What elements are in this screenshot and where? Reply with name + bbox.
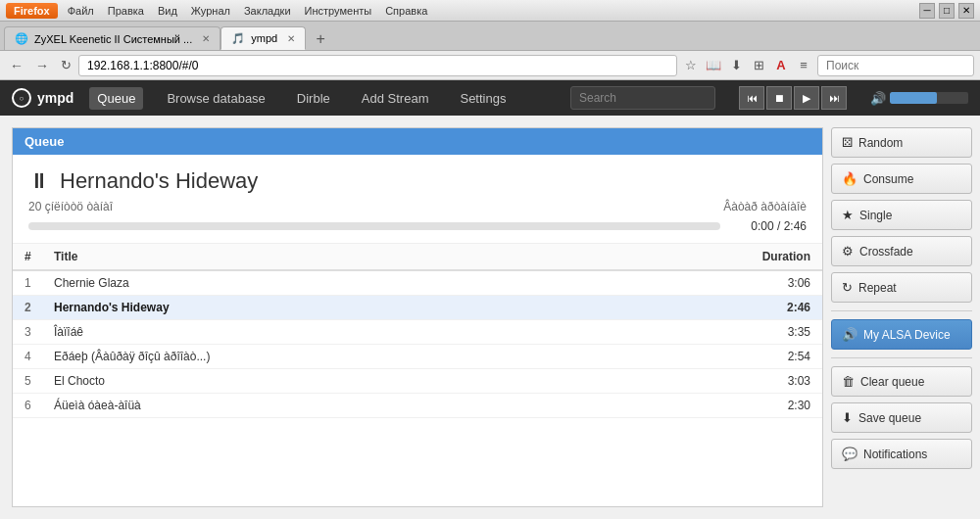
repeat-button[interactable]: ↻ Repeat [831,272,972,303]
nav-tab-browse[interactable]: Browse database [159,87,272,110]
progress-bar[interactable] [28,222,720,230]
save-label: Save queue [858,411,921,425]
maximize-button[interactable]: □ [939,3,955,19]
alsa-label: My ALSA Device [863,328,951,342]
track-title-row: ⏸ Hernando's Hideway [28,168,807,194]
alsa-device-button[interactable]: 🔊 My ALSA Device [831,319,972,350]
menu-journal[interactable]: Журнал [185,3,236,19]
track-duration: 2:30 [742,399,810,412]
track-row[interactable]: 3 Îàïîáê 3:35 [13,320,822,345]
track-meta: 20 çíёíòòö òàíàî Âàòàð àðòàíàîè [28,200,807,213]
track-num: 2 [24,301,54,314]
play-button[interactable]: ▶ [794,86,819,110]
menu-edit[interactable]: Правка [102,3,150,19]
app-search-input[interactable] [570,86,715,110]
logo-circle-icon: ○ [12,88,31,108]
tab-close-ympd[interactable]: ✕ [287,33,295,44]
tab-favicon-ympd: 🎵 [231,32,245,45]
track-list-header: # Title Duration [13,244,822,271]
repeat-icon: ↻ [842,280,853,295]
clear-icon: 🗑 [842,374,855,389]
track-row[interactable]: 1 Chernie Glaza 3:06 [13,271,822,296]
pause-icon[interactable]: ⏸ [28,168,50,194]
url-input[interactable] [78,55,677,76]
bookmark-manager-icon[interactable]: 📖 [704,56,723,75]
queue-header: Queue [13,128,822,155]
crossfade-button[interactable]: ⚙ Crossfade [831,236,972,266]
grid-icon[interactable]: ⊞ [749,56,768,75]
main-content: Queue ⏸ Hernando's Hideway 20 çíёíòòö òà… [0,116,980,519]
minimize-button[interactable]: ─ [919,3,935,19]
tab-close-zyxel[interactable]: ✕ [202,33,210,44]
album-art-label: Âàòàð àðòàíàîè [723,200,807,213]
right-sidebar: ⚄ Random 🔥 Consume ★ Single ⚙ Crossfade … [823,116,980,519]
menu-icon[interactable]: ≡ [794,56,813,75]
menu-help[interactable]: Справка [379,3,433,19]
single-button[interactable]: ★ Single [831,200,972,230]
random-button[interactable]: ⚄ Random [831,127,972,158]
browser-search-input[interactable] [817,55,974,76]
firefox-menu-button[interactable]: Firefox [6,3,58,19]
back-button[interactable]: ← [6,55,27,76]
clear-label: Clear queue [860,375,924,389]
notifications-label: Notifications [863,448,927,461]
consume-icon: 🔥 [842,171,858,186]
track-duration: 3:06 [742,276,810,290]
nav-tab-dirble[interactable]: Dirble [289,87,338,110]
forward-button[interactable]: → [31,55,53,76]
nav-tab-queue[interactable]: Queue [89,87,143,110]
nav-tab-settings[interactable]: Settings [452,87,514,110]
menu-file[interactable]: Файл [62,3,100,19]
volume-icon: 🔊 [870,91,886,106]
nav-tab-addstream[interactable]: Add Stream [354,87,437,110]
menu-bar: Файл Правка Вид Журнал Закладки Инструме… [62,3,434,19]
current-track-title: Hernando's Hideway [60,168,258,194]
clear-queue-button[interactable]: 🗑 Clear queue [831,366,972,397]
queue-header-label: Queue [24,134,64,149]
tab-ympd[interactable]: 🎵 ympd ✕ [220,26,306,50]
track-name: Chernie Glaza [54,276,742,290]
time-total: 2:46 [784,219,807,233]
volume-bar[interactable] [890,92,968,104]
addon-icon[interactable]: A [771,56,791,75]
single-label: Single [859,209,892,222]
track-row[interactable]: 2 Hernando's Hideway 2:46 [13,296,822,320]
track-name: El Chocto [54,374,742,388]
notifications-button[interactable]: 💬 Notifications [831,439,972,469]
track-row[interactable]: 5 El Chocto 3:03 [13,369,822,394]
repeat-label: Repeat [858,281,897,295]
track-row[interactable]: 4 Eðáeþ (Âàûðàÿ ðîçû àðîîàò...) 2:54 [13,345,822,369]
app-header: ○ ympd Queue Browse database Dirble Add … [0,80,980,116]
random-icon: ⚄ [842,135,853,150]
download-icon[interactable]: ⬇ [726,56,746,75]
stop-button[interactable]: ⏹ [766,86,792,110]
track-num: 4 [24,350,54,363]
queue-panel: Queue ⏸ Hernando's Hideway 20 çíёíòòö òà… [12,127,823,507]
window-controls: ─ □ ✕ [919,3,974,19]
bookmark-star-icon[interactable]: ☆ [681,56,701,75]
reload-button[interactable]: ↻ [57,57,74,74]
menu-tools[interactable]: Инструменты [299,3,378,19]
consume-button[interactable]: 🔥 Consume [831,164,972,194]
address-bar: ← → ↻ ☆ 📖 ⬇ ⊞ A ≡ [0,51,980,80]
menu-view[interactable]: Вид [152,3,183,19]
sidebar-divider-2 [831,357,972,358]
save-queue-button[interactable]: ⬇ Save queue [831,402,972,433]
tab-zyxel[interactable]: 🌐 ZyXEL Keenetic II Системный ... ✕ [4,26,220,50]
progress-row: 0:00 / 2:46 [28,219,807,233]
next-button[interactable]: ⏭ [821,86,847,110]
toolbar-icons: ☆ 📖 ⬇ ⊞ A ≡ [681,56,813,75]
close-button[interactable]: ✕ [958,3,974,19]
track-num: 5 [24,374,54,388]
track-duration: 2:46 [742,301,810,314]
track-row[interactable]: 6 Áüeìà óàeà-àîüà 2:30 [13,394,822,418]
menu-bookmarks[interactable]: Закладки [238,3,297,19]
app-logo-text: ympd [37,90,74,106]
tab-label-ympd: ympd [251,32,277,44]
transport-controls: ⏮ ⏹ ▶ ⏭ [739,86,847,110]
tab-label-zyxel: ZyXEL Keenetic II Системный ... [34,33,192,45]
new-tab-button[interactable]: + [310,28,331,50]
prev-button[interactable]: ⏮ [739,86,764,110]
col-header-duration: Duration [742,250,810,263]
random-label: Random [858,136,903,150]
